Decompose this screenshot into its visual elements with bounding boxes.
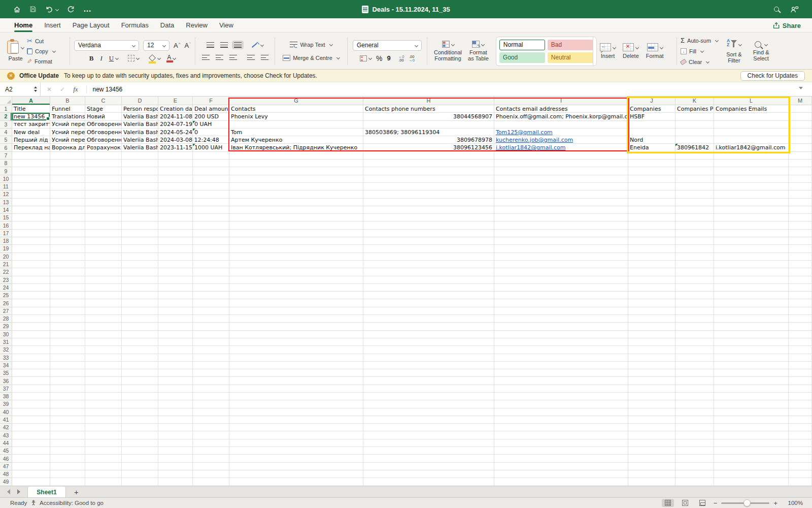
cell-H27[interactable]	[363, 307, 494, 315]
cell-M32[interactable]	[789, 346, 812, 354]
cell-F29[interactable]	[193, 323, 229, 330]
row-header-42[interactable]: 42	[0, 424, 12, 431]
cell-D36[interactable]	[122, 377, 158, 385]
cell-D12[interactable]	[122, 190, 158, 198]
cell-C29[interactable]	[85, 323, 122, 330]
row-header-22[interactable]: 22	[0, 268, 12, 276]
cell-H21[interactable]	[363, 261, 494, 268]
cell-M28[interactable]	[789, 315, 812, 323]
cell-G49[interactable]	[229, 478, 363, 486]
zoom-in-button[interactable]: +	[773, 499, 777, 507]
align-top-button[interactable]	[205, 41, 216, 49]
cell-A3[interactable]: тест закритт	[12, 121, 50, 129]
cell-E25[interactable]	[158, 292, 193, 299]
cell-H35[interactable]	[363, 369, 494, 377]
cell-F6[interactable]: 1000 UAH	[193, 144, 229, 151]
cell-L46[interactable]	[714, 455, 789, 462]
cell-J13[interactable]	[628, 199, 675, 206]
cell-C19[interactable]	[85, 245, 122, 252]
cell-H48[interactable]	[363, 470, 494, 478]
cell-I35[interactable]	[494, 369, 628, 377]
cell-E19[interactable]	[158, 245, 193, 252]
fill-color-icon[interactable]	[149, 55, 156, 62]
cell-G12[interactable]	[229, 190, 363, 198]
cell-C21[interactable]	[85, 261, 122, 268]
cell-H38[interactable]	[363, 393, 494, 400]
column-header-A[interactable]: A	[12, 97, 50, 105]
cell-F36[interactable]	[193, 377, 229, 385]
add-sheet-button[interactable]: +	[66, 486, 87, 497]
cell-A47[interactable]	[12, 463, 50, 470]
cell-E3[interactable]: 2024-07-19	[158, 121, 193, 129]
cell-G10[interactable]	[229, 175, 363, 183]
row-header-39[interactable]: 39	[0, 400, 12, 408]
cell-L30[interactable]	[714, 331, 789, 338]
cell-I11[interactable]	[494, 183, 628, 190]
cell-B43[interactable]	[50, 431, 85, 439]
cell-K11[interactable]	[675, 183, 714, 190]
cell-H26[interactable]	[363, 299, 494, 307]
cell-D18[interactable]	[122, 237, 158, 245]
cell-M16[interactable]	[789, 221, 812, 229]
cell-L43[interactable]	[714, 431, 789, 439]
cell-E16[interactable]	[158, 221, 193, 229]
cell-B4[interactable]: Усний перек	[50, 129, 85, 136]
cell-C15[interactable]	[85, 214, 122, 221]
row-header-17[interactable]: 17	[0, 230, 12, 237]
cell-M38[interactable]	[789, 393, 812, 400]
row-header-32[interactable]: 32	[0, 346, 12, 354]
row-header-14[interactable]: 14	[0, 206, 12, 214]
cell-H29[interactable]	[363, 323, 494, 330]
autosum-button[interactable]: ΣAuto-sum	[681, 36, 718, 45]
cell-D26[interactable]	[122, 299, 158, 307]
cell-G34[interactable]	[229, 362, 363, 369]
cell-G1[interactable]: Contacts	[229, 105, 363, 113]
cell-A25[interactable]	[12, 292, 50, 299]
cell-M3[interactable]	[789, 121, 812, 129]
cell-H23[interactable]	[363, 276, 494, 284]
sort-filter-button[interactable]: AZ Sort &Filter	[723, 39, 745, 64]
cell-I15[interactable]	[494, 214, 628, 221]
row-header-33[interactable]: 33	[0, 354, 12, 362]
cell-K5[interactable]	[675, 136, 714, 144]
cell-B18[interactable]	[50, 237, 85, 245]
cell-F19[interactable]	[193, 245, 229, 252]
row-header-13[interactable]: 13	[0, 199, 12, 206]
cell-I45[interactable]	[494, 447, 628, 455]
cell-D7[interactable]	[122, 152, 158, 160]
cell-K34[interactable]	[675, 362, 714, 369]
cell-F41[interactable]	[193, 416, 229, 424]
cell-J11[interactable]	[628, 183, 675, 190]
cell-D38[interactable]	[122, 393, 158, 400]
cell-I14[interactable]	[494, 206, 628, 214]
cell-D28[interactable]	[122, 315, 158, 323]
cancel-entry-icon[interactable]: ✕	[47, 86, 52, 93]
copy-button[interactable]: Copy	[27, 46, 55, 56]
cell-G27[interactable]	[229, 307, 363, 315]
cell-M34[interactable]	[789, 362, 812, 369]
row-header-30[interactable]: 30	[0, 331, 12, 338]
style-bad[interactable]: Bad	[548, 40, 593, 50]
cell-G38[interactable]	[229, 393, 363, 400]
cell-C25[interactable]	[85, 292, 122, 299]
cell-I16[interactable]	[494, 221, 628, 229]
cell-C1[interactable]: Stage	[85, 105, 122, 113]
row-header-43[interactable]: 43	[0, 431, 12, 439]
cell-I28[interactable]	[494, 315, 628, 323]
cell-I12[interactable]	[494, 190, 628, 198]
cell-J18[interactable]	[628, 237, 675, 245]
cell-F8[interactable]	[193, 160, 229, 167]
cell-I4[interactable]: Tom125@gmail.com	[494, 129, 628, 136]
cell-G6[interactable]: Іван Котляревський; Підрядник Кучеренко	[229, 144, 363, 151]
tab-data[interactable]: Data	[160, 18, 174, 33]
cell-L5[interactable]	[714, 136, 789, 144]
cell-A1[interactable]: Title	[12, 105, 50, 113]
cell-B34[interactable]	[50, 362, 85, 369]
cell-I5[interactable]: kucherenko.job@gmail.com	[494, 136, 628, 144]
undo-icon[interactable]	[45, 6, 58, 13]
cell-G17[interactable]	[229, 230, 363, 237]
row-header-37[interactable]: 37	[0, 385, 12, 393]
cell-K26[interactable]	[675, 299, 714, 307]
cell-G2[interactable]: Phoenix Levy	[229, 113, 363, 120]
cell-A31[interactable]	[12, 338, 50, 346]
